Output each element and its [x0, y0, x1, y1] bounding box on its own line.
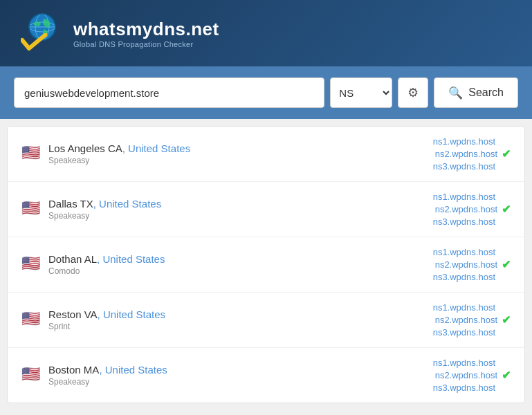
- country: , United States: [97, 253, 165, 265]
- check-icon: ✔: [502, 313, 511, 326]
- ns-row: ns1.wpdns.host: [433, 358, 511, 368]
- city: Reston VA: [48, 308, 98, 320]
- result-row: 🇺🇸Reston VA, United StatesSprintns1.wpdn…: [8, 293, 524, 348]
- country: , United States: [98, 308, 165, 320]
- record-type-select[interactable]: NS A AAAA CNAME MX PTR SOA SRV TXT: [330, 77, 392, 108]
- ns-host: ns2.wpdns.host: [435, 370, 497, 380]
- city-state: Dallas TX, United States: [48, 198, 161, 210]
- ns-host: ns1.wpdns.host: [433, 247, 495, 257]
- search-label: Search: [468, 86, 504, 99]
- ns-row: ns2.wpdns.host✔: [435, 203, 511, 216]
- ns-row: ns2.wpdns.host✔: [435, 313, 511, 326]
- ns-host: ns1.wpdns.host: [433, 358, 495, 368]
- check-icon: ✔: [502, 203, 511, 216]
- search-bar: NS A AAAA CNAME MX PTR SOA SRV TXT ⚙ 🔍 S…: [0, 66, 532, 119]
- ns-row: ns2.wpdns.host✔: [435, 147, 511, 160]
- site-title: whatsmydns.net Global DNS Propagation Ch…: [73, 19, 219, 48]
- country: , United States: [122, 142, 190, 154]
- city-state: Los Angeles CA, United States: [48, 142, 190, 154]
- city: Dallas TX: [48, 198, 93, 210]
- ns-host: ns2.wpdns.host: [435, 315, 497, 325]
- ns-row: ns1.wpdns.host: [433, 247, 511, 257]
- city: Boston MA: [48, 364, 99, 376]
- checkmark-icon: [21, 33, 47, 54]
- isp: Sprint: [48, 322, 165, 331]
- domain-input[interactable]: [14, 77, 324, 108]
- settings-button[interactable]: ⚙: [398, 77, 428, 108]
- city: Los Angeles CA: [48, 142, 122, 154]
- ns-results: ns1.wpdns.hostns2.wpdns.host✔ns3.wpdns.h…: [433, 358, 511, 393]
- location-text: Dallas TX, United StatesSpeakeasy: [48, 198, 161, 221]
- check-icon: ✔: [502, 369, 511, 382]
- ns-row: ns3.wpdns.host: [433, 216, 511, 227]
- city: Dothan AL: [48, 253, 97, 265]
- ns-results: ns1.wpdns.hostns2.wpdns.host✔ns3.wpdns.h…: [433, 136, 511, 172]
- check-icon: ✔: [502, 147, 511, 160]
- flag-icon: 🇺🇸: [21, 310, 40, 328]
- ns-host: ns1.wpdns.host: [433, 302, 495, 313]
- result-row: 🇺🇸Dothan AL, United StatesComodons1.wpdn…: [8, 237, 524, 293]
- ns-row: ns1.wpdns.host: [433, 136, 511, 147]
- ns-host: ns1.wpdns.host: [433, 192, 495, 202]
- gear-icon: ⚙: [407, 85, 419, 100]
- header: whatsmydns.net Global DNS Propagation Ch…: [0, 0, 532, 66]
- location-text: Los Angeles CA, United StatesSpeakeasy: [48, 142, 190, 165]
- location-info: 🇺🇸Dallas TX, United StatesSpeakeasy: [21, 198, 161, 221]
- flag-icon: 🇺🇸: [21, 255, 40, 273]
- ns-results: ns1.wpdns.hostns2.wpdns.host✔ns3.wpdns.h…: [433, 302, 511, 338]
- isp: Comodo: [48, 266, 165, 276]
- location-info: 🇺🇸Dothan AL, United StatesComodo: [21, 253, 165, 276]
- location-text: Reston VA, United StatesSprint: [48, 308, 165, 331]
- ns-host: ns3.wpdns.host: [433, 382, 495, 393]
- site-name: whatsmydns.net: [73, 19, 219, 40]
- ns-row: ns2.wpdns.host✔: [435, 258, 511, 271]
- location-info: 🇺🇸Boston MA, United StatesSpeakeasy: [21, 364, 167, 387]
- isp: Speakeasy: [48, 377, 167, 387]
- location-text: Boston MA, United StatesSpeakeasy: [48, 364, 167, 387]
- ns-host: ns3.wpdns.host: [433, 327, 495, 338]
- flag-icon: 🇺🇸: [21, 144, 40, 162]
- flag-icon: 🇺🇸: [21, 199, 40, 217]
- ns-host: ns3.wpdns.host: [433, 272, 495, 282]
- ns-row: ns3.wpdns.host: [433, 161, 511, 172]
- city-state: Boston MA, United States: [48, 364, 167, 376]
- search-button[interactable]: 🔍 Search: [434, 77, 518, 108]
- ns-row: ns3.wpdns.host: [433, 327, 511, 338]
- country: , United States: [93, 198, 161, 210]
- ns-host: ns1.wpdns.host: [433, 136, 495, 147]
- ns-host: ns2.wpdns.host: [435, 149, 497, 159]
- ns-results: ns1.wpdns.hostns2.wpdns.host✔ns3.wpdns.h…: [433, 247, 511, 282]
- ns-row: ns2.wpdns.host✔: [435, 369, 511, 382]
- logo-icon: [21, 12, 62, 54]
- country: , United States: [99, 364, 167, 376]
- flag-icon: 🇺🇸: [21, 365, 40, 383]
- search-icon: 🔍: [448, 86, 463, 100]
- ns-row: ns1.wpdns.host: [433, 192, 511, 202]
- results-area: 🇺🇸Los Angeles CA, United StatesSpeakeasy…: [7, 126, 525, 403]
- ns-host: ns2.wpdns.host: [435, 204, 497, 214]
- result-row: 🇺🇸Los Angeles CA, United StatesSpeakeasy…: [8, 127, 524, 182]
- ns-row: ns1.wpdns.host: [433, 302, 511, 313]
- location-info: 🇺🇸Los Angeles CA, United StatesSpeakeasy: [21, 142, 190, 165]
- ns-results: ns1.wpdns.hostns2.wpdns.host✔ns3.wpdns.h…: [433, 192, 511, 227]
- ns-row: ns3.wpdns.host: [433, 382, 511, 393]
- site-tagline: Global DNS Propagation Checker: [73, 40, 219, 48]
- ns-host: ns2.wpdns.host: [435, 259, 497, 270]
- result-row: 🇺🇸Dallas TX, United StatesSpeakeasyns1.w…: [8, 182, 524, 237]
- city-state: Reston VA, United States: [48, 308, 165, 320]
- city-state: Dothan AL, United States: [48, 253, 165, 265]
- isp: Speakeasy: [48, 156, 190, 165]
- ns-host: ns3.wpdns.host: [433, 216, 495, 227]
- check-icon: ✔: [502, 258, 511, 271]
- isp: Speakeasy: [48, 211, 161, 221]
- ns-row: ns3.wpdns.host: [433, 272, 511, 282]
- ns-host: ns3.wpdns.host: [433, 161, 495, 172]
- location-info: 🇺🇸Reston VA, United StatesSprint: [21, 308, 165, 331]
- logo: [21, 12, 62, 54]
- location-text: Dothan AL, United StatesComodo: [48, 253, 165, 276]
- result-row: 🇺🇸Boston MA, United StatesSpeakeasyns1.w…: [8, 348, 524, 403]
